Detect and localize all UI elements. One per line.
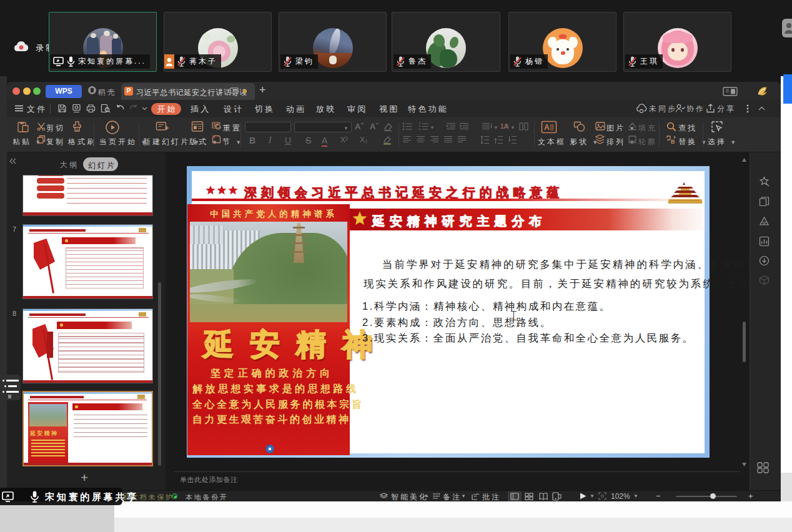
svg-text:A: A <box>544 123 550 132</box>
svg-text:B: B <box>671 139 675 144</box>
svg-text:1A: 1A <box>500 123 508 130</box>
